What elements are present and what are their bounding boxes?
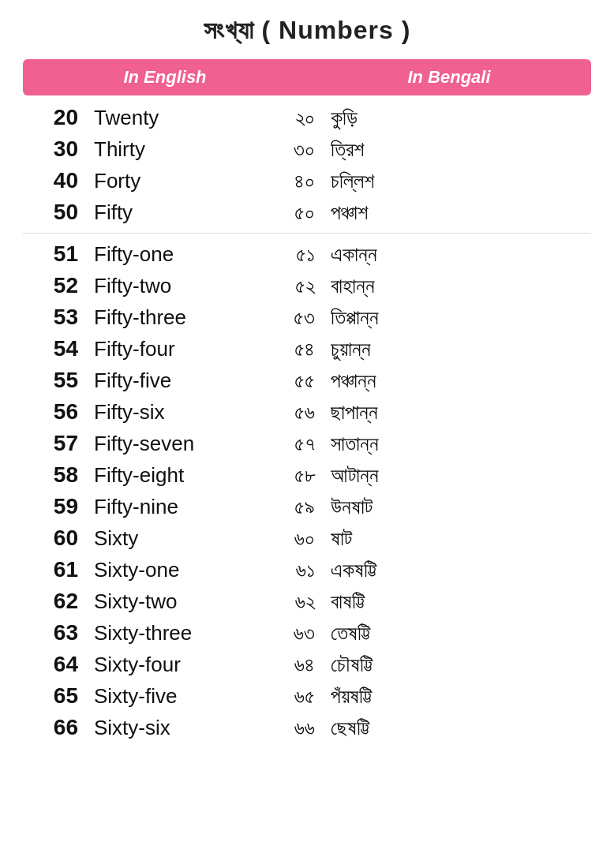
table-header: In English In Bengali [23, 59, 591, 95]
num-en: 57 [23, 431, 94, 456]
table-row: 52 Fifty-two ৫২ বাহান্ন [23, 270, 591, 301]
word-en: Fifty-five [94, 369, 260, 393]
num-en: 66 [23, 715, 94, 740]
num-bn: ৫৭ [260, 432, 331, 456]
word-bn: সাতান্ন [331, 432, 496, 456]
word-en: Sixty-two [94, 589, 260, 614]
num-en: 30 [23, 137, 94, 162]
num-bn: ৬৫ [260, 684, 331, 709]
table-row: 20 Twenty ২০ কুড়ি [23, 102, 591, 133]
word-bn: ষাট [331, 526, 496, 551]
header-english: In English [23, 67, 307, 88]
num-en: 54 [23, 336, 94, 361]
num-en: 55 [23, 368, 94, 393]
num-bn: ৫১ [260, 242, 331, 267]
num-bn: ৫৩ [260, 305, 331, 330]
num-bn: ৬৬ [260, 716, 331, 740]
table-row: 64 Sixty-four ৬৪ চৌষট্টি [23, 649, 591, 680]
num-en: 62 [23, 589, 94, 614]
word-en: Forty [94, 169, 260, 193]
word-bn: পঞ্চান্ন [331, 369, 496, 393]
table-row: 61 Sixty-one ৬১ একষট্টি [23, 554, 591, 586]
table-row: 55 Fifty-five ৫৫ পঞ্চান্ন [23, 365, 591, 396]
num-en: 40 [23, 168, 94, 193]
table-row: 60 Sixty ৬০ ষাট [23, 522, 591, 554]
table-row: 56 Fifty-six ৫৬ ছাপান্ন [23, 396, 591, 428]
num-en: 51 [23, 241, 94, 267]
word-en: Fifty-eight [94, 463, 260, 488]
num-bn: ৩০ [260, 137, 331, 162]
num-en: 61 [23, 557, 94, 582]
page-title: সংখ্যা ( Numbers ) [204, 16, 411, 45]
table-row: 65 Sixty-five ৬৫ পঁয়ষট্টি [23, 680, 591, 712]
num-bn: ৫৮ [260, 463, 331, 488]
num-en: 53 [23, 305, 94, 330]
word-bn: ছেষট্টি [331, 716, 496, 740]
num-bn: ৬১ [260, 558, 331, 582]
num-bn: ৫৯ [260, 495, 331, 519]
word-bn: তেষট্টি [331, 621, 496, 645]
num-bn: ৫২ [260, 274, 331, 298]
table-row: 59 Fifty-nine ৫৯ উনষাট [23, 491, 591, 522]
word-bn: চুয়ান্ন [331, 337, 496, 361]
word-en: Fifty-four [94, 337, 260, 361]
num-bn: ৫৫ [260, 369, 331, 393]
num-bn: ৫৬ [260, 400, 331, 425]
table-row: 66 Sixty-six ৬৬ ছেষট্টি [23, 712, 591, 743]
num-en: 52 [23, 273, 94, 298]
word-en: Fifty-two [94, 274, 260, 298]
num-bn: ২০ [260, 106, 331, 130]
table-row: 53 Fifty-three ৫৩ তিপ্পান্ন [23, 301, 591, 333]
num-en: 63 [23, 620, 94, 645]
word-en: Fifty-seven [94, 432, 260, 456]
word-en: Fifty [94, 200, 260, 225]
num-bn: ৬৩ [260, 621, 331, 645]
num-en: 20 [23, 105, 94, 130]
num-en: 59 [23, 494, 94, 519]
word-bn: পঁয়ষট্টি [331, 684, 496, 709]
header-bengali: In Bengali [307, 67, 591, 88]
word-en: Thirty [94, 137, 260, 162]
word-bn: একান্ন [331, 242, 496, 267]
num-en: 50 [23, 200, 94, 225]
num-bn: ৬২ [260, 589, 331, 614]
num-bn: ৬০ [260, 526, 331, 551]
word-bn: বাহান্ন [331, 274, 496, 298]
word-bn: চল্লিশ [331, 169, 496, 193]
word-bn: কুড়ি [331, 106, 496, 130]
word-en: Sixty-one [94, 558, 260, 582]
section-divider [23, 233, 591, 234]
word-bn: একষট্টি [331, 558, 496, 582]
num-en: 64 [23, 652, 94, 677]
word-bn: উনষাট [331, 495, 496, 519]
word-bn: পঞ্চাশ [331, 200, 496, 225]
num-en: 60 [23, 526, 94, 551]
table-row: 62 Sixty-two ৬২ বাষট্টি [23, 586, 591, 617]
num-en: 58 [23, 462, 94, 488]
num-en: 56 [23, 399, 94, 425]
word-bn: আটান্ন [331, 463, 496, 488]
word-en: Sixty-four [94, 653, 260, 677]
word-bn: ত্রিশ [331, 137, 496, 162]
word-bn: বাষট্টি [331, 589, 496, 614]
num-bn: ৫৪ [260, 337, 331, 361]
word-en: Sixty-five [94, 684, 260, 709]
table-row: 50 Fifty ৫০ পঞ্চাশ [23, 196, 591, 228]
word-en: Twenty [94, 106, 260, 130]
word-en: Sixty-three [94, 621, 260, 645]
table-row: 54 Fifty-four ৫৪ চুয়ান্ন [23, 333, 591, 365]
numbers-table: 20 Twenty ২০ কুড়ি 30 Thirty ৩০ ত্রিশ 40… [23, 102, 591, 743]
table-row: 57 Fifty-seven ৫৭ সাতান্ন [23, 428, 591, 459]
table-row: 58 Fifty-eight ৫৮ আটান্ন [23, 459, 591, 491]
word-en: Fifty-three [94, 305, 260, 330]
word-bn: চৌষট্টি [331, 653, 496, 677]
num-bn: ৫০ [260, 200, 331, 225]
word-en: Fifty-one [94, 242, 260, 267]
word-en: Sixty [94, 526, 260, 551]
num-bn: ৬৪ [260, 653, 331, 677]
word-en: Sixty-six [94, 716, 260, 740]
table-row: 63 Sixty-three ৬৩ তেষট্টি [23, 617, 591, 649]
num-bn: ৪০ [260, 169, 331, 193]
table-row: 30 Thirty ৩০ ত্রিশ [23, 133, 591, 165]
word-en: Fifty-nine [94, 495, 260, 519]
